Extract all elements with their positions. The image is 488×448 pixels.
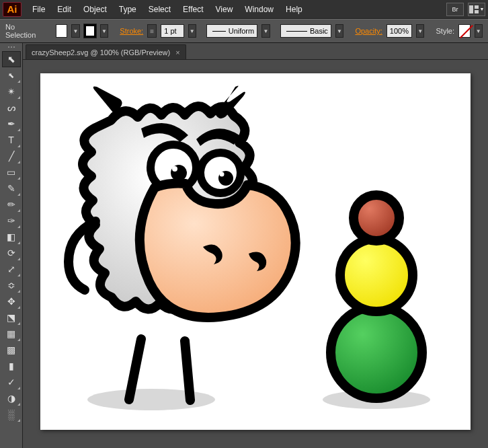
menu-view[interactable]: View	[210, 2, 239, 17]
type-tool[interactable]: T	[2, 132, 21, 148]
grid-icon	[469, 5, 479, 13]
flyout-indicator-icon	[17, 258, 20, 260]
ball-red	[354, 195, 399, 241]
blob-brush-tool[interactable]: ✑	[2, 213, 21, 229]
menu-help[interactable]: Help	[280, 2, 308, 17]
opacity-label[interactable]: Opacity:	[355, 27, 382, 35]
width-tool[interactable]: ≎	[2, 277, 21, 293]
svg-rect-2	[475, 10, 479, 13]
eraser-tool[interactable]: ◧	[2, 229, 21, 245]
menu-effect[interactable]: Effect	[177, 2, 208, 17]
eyedropper-tool[interactable]: ✓	[2, 374, 21, 390]
profile-label: Uniform	[229, 27, 255, 35]
menu-bar: Ai File Edit Object Type Select Effect V…	[0, 0, 488, 19]
pen-tool[interactable]: ✒	[2, 116, 21, 132]
svg-rect-0	[469, 5, 473, 13]
symbol-sprayer-tool[interactable]: ░	[2, 406, 21, 422]
stroke-label[interactable]: Stroke:	[120, 27, 143, 35]
menu-edit[interactable]: Edit	[52, 2, 77, 17]
stroke-weight-input[interactable]: 1 pt	[161, 24, 184, 38]
brush-line-icon	[286, 31, 307, 32]
blend-tool[interactable]: ◑	[2, 390, 21, 406]
svg-rect-1	[475, 5, 479, 9]
artboard[interactable]	[40, 73, 471, 430]
style-dropdown[interactable]: ▼	[475, 24, 483, 38]
document-area: crazySheep2.svg @ 100% (RGB/Preview) ×	[23, 43, 488, 448]
app-logo: Ai	[3, 2, 22, 17]
pencil-tool[interactable]: ✏	[2, 196, 21, 213]
flyout-indicator-icon	[17, 306, 20, 309]
stroke-stepper-icon[interactable]: ≡	[147, 24, 157, 38]
flyout-indicator-icon	[17, 80, 20, 83]
sheep-leg-right	[185, 341, 190, 400]
flyout-indicator-icon	[17, 177, 20, 180]
mesh-tool[interactable]: ▩	[2, 342, 21, 358]
style-label: Style:	[436, 27, 455, 35]
arrange-docs-button[interactable]: ▼	[468, 3, 485, 16]
flyout-indicator-icon	[17, 96, 20, 99]
flyout-indicator-icon	[17, 403, 20, 406]
flyout-indicator-icon	[17, 322, 20, 325]
eye-right-highlight	[220, 172, 225, 177]
document-tab[interactable]: crazySheep2.svg @ 100% (RGB/Preview) ×	[26, 44, 186, 59]
graphic-style-swatch[interactable]	[458, 24, 471, 38]
flyout-indicator-icon	[17, 241, 20, 244]
scale-tool[interactable]: ⤢	[2, 261, 21, 277]
free-transform-tool[interactable]: ✥	[2, 293, 21, 309]
stroke-dropdown[interactable]: ▼	[100, 24, 108, 38]
flyout-indicator-icon	[17, 419, 20, 422]
direct-selection-tool[interactable]: ⬉	[2, 67, 21, 83]
ball-yellow	[340, 239, 413, 311]
rotate-tool[interactable]: ⟳	[2, 245, 21, 261]
menu-type[interactable]: Type	[114, 2, 142, 17]
panel-grip-icon[interactable]	[1, 44, 22, 50]
gradient-tool[interactable]: ▮	[2, 358, 21, 374]
menu-object[interactable]: Object	[78, 2, 112, 17]
canvas-viewport[interactable]	[23, 59, 488, 448]
magic-wand-tool[interactable]: ✴	[2, 83, 21, 100]
brush-dropdown[interactable]: ▼	[335, 24, 343, 38]
brush-label: Basic	[310, 27, 328, 35]
sheep-ear-left	[93, 87, 122, 113]
flyout-indicator-icon	[17, 145, 20, 147]
flyout-indicator-icon	[17, 387, 20, 389]
flyout-indicator-icon	[17, 274, 20, 276]
profile-line-icon	[212, 31, 225, 32]
ball-green	[331, 307, 422, 398]
selection-tool[interactable]: ⬉	[2, 51, 21, 67]
flyout-indicator-icon	[17, 290, 20, 293]
selection-status: No Selection	[5, 23, 42, 39]
tab-label: crazySheep2.svg @ 100% (RGB/Preview)	[32, 48, 170, 57]
flyout-indicator-icon	[17, 225, 20, 228]
perspective-tool[interactable]: ▦	[2, 326, 21, 342]
tool-panel: ⬉⬉✴ᔕ✒T╱▭✎✏✑◧⟳⤢≎✥⬔▦▩▮✓◑░	[0, 43, 23, 448]
shape-builder-tool[interactable]: ⬔	[2, 309, 21, 326]
opacity-input[interactable]: 100%	[387, 24, 412, 38]
stroke-weight-dropdown[interactable]: ▼	[188, 24, 196, 38]
line-tool[interactable]: ╱	[2, 148, 21, 164]
lasso-tool[interactable]: ᔕ	[2, 100, 21, 116]
fill-dropdown[interactable]: ▼	[71, 24, 79, 38]
flyout-indicator-icon	[17, 193, 20, 196]
workspace: ⬉⬉✴ᔕ✒T╱▭✎✏✑◧⟳⤢≎✥⬔▦▩▮✓◑░ crazySheep2.svg …	[0, 43, 488, 448]
rectangle-tool[interactable]: ▭	[2, 164, 21, 180]
profile-dropdown[interactable]: ▼	[261, 24, 270, 38]
flyout-indicator-icon	[17, 209, 20, 212]
bridge-button[interactable]: Br	[446, 3, 464, 16]
stroke-swatch[interactable]	[84, 24, 96, 38]
menu-window[interactable]: Window	[239, 2, 279, 17]
paintbrush-tool[interactable]: ✎	[2, 180, 21, 196]
variable-width-profile[interactable]: Uniform	[206, 24, 257, 38]
eye-left-highlight	[172, 166, 177, 172]
tab-close-button[interactable]: ×	[175, 48, 179, 57]
document-tabs: crazySheep2.svg @ 100% (RGB/Preview) ×	[23, 43, 488, 59]
sheep-shadow	[87, 389, 215, 410]
menu-select[interactable]: Select	[143, 2, 176, 17]
brush-definition[interactable]: Basic	[280, 24, 331, 38]
opacity-dropdown[interactable]: ▼	[416, 24, 424, 38]
artwork-svg	[40, 73, 471, 430]
menu-file[interactable]: File	[27, 2, 50, 17]
control-bar: No Selection ▼ ▼ Stroke: ≡ 1 pt ▼ Unifor…	[0, 19, 488, 43]
fill-swatch[interactable]	[56, 24, 68, 38]
flyout-indicator-icon	[17, 161, 20, 163]
